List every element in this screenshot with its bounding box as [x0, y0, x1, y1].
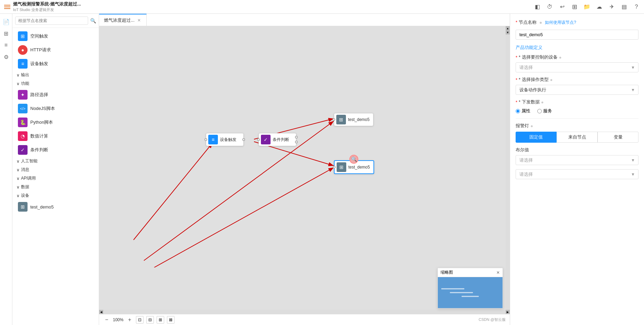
icon-help[interactable]: ?	[633, 3, 640, 10]
node-item-python[interactable]: 🐍 Python脚本	[12, 115, 99, 129]
category-message[interactable]: ∨ 消息	[12, 165, 99, 174]
icon-screen[interactable]: ◧	[534, 3, 541, 10]
category-ai-arrow: ∨	[17, 159, 20, 164]
port-device-trigger-left[interactable]	[204, 138, 207, 141]
hscroll-right[interactable]: ▶	[506, 310, 510, 314]
search-input[interactable]	[15, 17, 88, 25]
node-item-path[interactable]: ✦ 路径选择	[12, 88, 99, 102]
operation-select[interactable]: 设备动作执行	[516, 85, 638, 95]
radio-property[interactable]: 属性	[516, 108, 530, 114]
radio-property-input[interactable]	[516, 109, 520, 113]
canvas-tab-active[interactable]: 燃气浓度超过... ✕	[99, 14, 147, 26]
view-single-btn[interactable]: ⊟	[146, 316, 154, 324]
alarm-label-row: 报警灯 ●	[516, 123, 638, 129]
device-select[interactable]: 请选择	[516, 62, 638, 72]
radio-service[interactable]: 服务	[537, 108, 552, 114]
port-condition-right-top[interactable]	[295, 136, 298, 139]
node-item-calc[interactable]: ◔ 数值计算	[12, 129, 99, 143]
horizontal-scrollbar[interactable]: ◀ ▶	[99, 310, 510, 314]
icon-time[interactable]: ⏱	[546, 3, 553, 10]
port-device-trigger-right[interactable]	[242, 138, 245, 141]
zoom-out-btn[interactable]: −	[103, 316, 110, 323]
port-testdemo5-top-left[interactable]	[332, 118, 335, 121]
vscroll-up[interactable]: ▲	[506, 26, 510, 30]
category-device[interactable]: ∨ 设备	[12, 191, 99, 200]
zoom-controls: − 100% + ⊡ ⊟ ⊞ ⊠	[103, 316, 175, 324]
sidebar-settings-icon[interactable]: ⚙	[1, 52, 11, 62]
btn-fixed[interactable]: 固定值	[516, 132, 557, 143]
hamburger-menu[interactable]	[4, 5, 10, 9]
flow-node-testdemo5-bot-icon: ⊞	[337, 162, 346, 172]
node-name-input[interactable]	[516, 30, 638, 40]
category-data[interactable]: ∨ 数据	[12, 183, 99, 191]
port-condition-right-bottom[interactable]	[295, 141, 298, 143]
thumbnail-title: 缩略图	[441, 270, 453, 275]
category-ai[interactable]: ∨ 人工智能	[12, 157, 99, 165]
topbar-right: ◧ ⏱ ↩ ⊞ 📁 ☁ ✈ ▤ ?	[534, 3, 640, 10]
search-icon[interactable]: 🔍	[90, 18, 96, 23]
icon-undo[interactable]: ↩	[559, 3, 566, 10]
condition-label: 条件判断	[30, 147, 48, 153]
topbar-left: 燃气检测报警系统-燃气浓度超过... IoT Studio 业务逻辑开发	[4, 1, 81, 12]
main-layout: 📄 ⊞ ≡ ⚙ 🔍 ⊞ 空间触发 ● HTTP请求 ≡ 设备触发	[0, 14, 644, 325]
icon-layout[interactable]: ⊞	[571, 3, 578, 10]
icon-folder[interactable]: 📁	[583, 3, 590, 10]
node-item-space-trigger[interactable]: ⊞ 空间触发	[12, 29, 99, 43]
canvas-tab-close[interactable]: ✕	[137, 17, 141, 23]
icon-deploy[interactable]: ✈	[608, 3, 615, 10]
thumbnail-close[interactable]: ✕	[496, 270, 500, 275]
sidebar-node-icon[interactable]: ⊞	[1, 28, 11, 39]
category-device-arrow: ∨	[17, 193, 20, 198]
node-panel: 🔍 ⊞ 空间触发 ● HTTP请求 ≡ 设备触发 ∨ 输出	[12, 14, 99, 325]
radio-group-send: 属性 服务	[516, 108, 638, 114]
operation-select-container: 设备动作执行 ▼	[516, 85, 638, 95]
right-panel: * 节点名称 ● 如何使用该节点? 产品功能定义 * * 选择要控制的设备 ● …	[510, 14, 644, 325]
port-testdemo5-bot-left[interactable]	[333, 166, 336, 169]
category-data-arrow: ∨	[17, 185, 20, 190]
zoom-in-btn[interactable]: +	[126, 316, 133, 323]
bool-select[interactable]: 请选择	[516, 155, 638, 165]
help-icon: ●	[539, 20, 542, 25]
space-trigger-label: 空间触发	[30, 33, 48, 39]
canvas-area: 燃气浓度超过... ✕	[99, 14, 510, 325]
vertical-scrollbar[interactable]: ▲ ▼	[506, 26, 510, 310]
btn-variable[interactable]: 变量	[598, 132, 638, 143]
btn-from-node[interactable]: 来自节点	[557, 132, 598, 143]
radio-service-input[interactable]	[537, 109, 542, 113]
canvas-viewport[interactable]: ≡ 设备触发 ✓ 条件判断 ⊞ test_demo5	[99, 26, 510, 314]
node-item-testdemo5[interactable]: ⊞ test_demo5	[12, 200, 99, 214]
view-split-btn[interactable]: ⊞	[157, 316, 164, 324]
node-item-condition[interactable]: ✓ 条件判断	[12, 143, 99, 157]
flow-node-condition[interactable]: ✓ 条件判断	[258, 133, 296, 146]
category-api[interactable]: ∨ API调用	[12, 174, 99, 183]
testdemo5-icon: ⊞	[18, 202, 28, 212]
help-link[interactable]: 如何使用该节点?	[545, 20, 576, 26]
category-output-label: 输出	[21, 72, 29, 78]
value-select-container: 请选择 ▼	[516, 169, 638, 179]
bool-label-row: 布尔值	[516, 147, 638, 153]
footer-brand: CSDN @智云服	[479, 317, 506, 322]
hscroll-left[interactable]: ◀	[99, 310, 103, 314]
node-item-device-trigger[interactable]: ≡ 设备触发	[12, 57, 99, 71]
node-item-nodejs[interactable]: </> NodeJS脚本	[12, 102, 99, 115]
sidebar-page-icon[interactable]: 📄	[1, 17, 11, 27]
flow-node-device-trigger[interactable]: ≡ 设备触发	[206, 133, 244, 146]
divider	[516, 118, 638, 119]
value-select[interactable]: 请选择	[516, 169, 638, 179]
category-output[interactable]: ∨ 输出	[12, 71, 99, 79]
port-condition-left[interactable]	[257, 138, 260, 141]
vscroll-down[interactable]: ▼	[506, 30, 510, 34]
view-fullscreen-btn[interactable]: ⊠	[167, 316, 175, 324]
product-section-title[interactable]: 产品功能定义	[516, 44, 638, 51]
flow-node-testdemo5-top[interactable]: ⊞ test_demo5	[334, 113, 373, 126]
radio-service-label: 服务	[543, 108, 552, 114]
view-fit-btn[interactable]: ⊡	[136, 316, 144, 324]
category-function[interactable]: ∨ 功能	[12, 79, 99, 88]
sidebar-list-icon[interactable]: ≡	[1, 40, 11, 50]
testdemo5-label: test_demo5	[30, 204, 54, 210]
icon-menu[interactable]: ▤	[621, 3, 627, 10]
node-item-http[interactable]: ● HTTP请求	[12, 43, 99, 57]
flow-node-testdemo5-bottom[interactable]: 🔍 ⊞ test_demo5	[334, 160, 374, 174]
flow-node-testdemo5-bot-label: test_demo5	[348, 165, 370, 170]
icon-cloud[interactable]: ☁	[596, 3, 603, 10]
